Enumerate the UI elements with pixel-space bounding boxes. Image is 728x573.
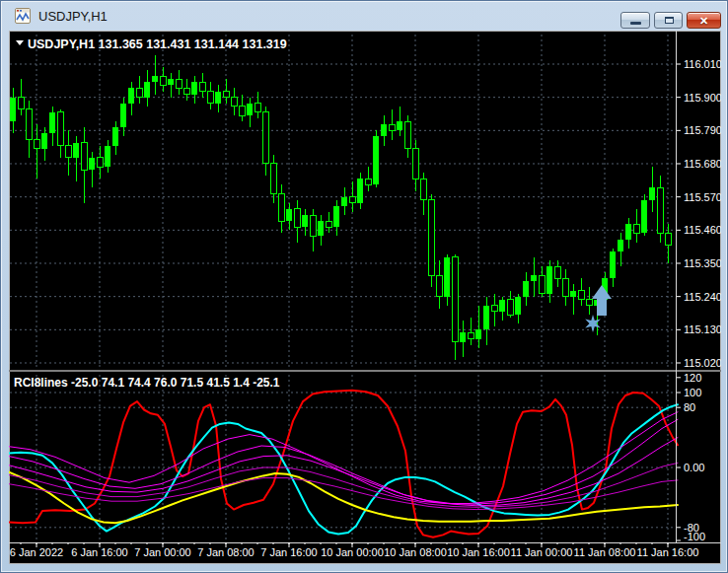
candle: [625, 224, 631, 239]
candle: [499, 300, 505, 312]
candle: [89, 158, 95, 170]
price-axis-label: 115.130: [684, 323, 721, 335]
candle: [26, 109, 32, 140]
time-axis-label: 7 Jan 08:00: [197, 546, 255, 558]
time-axis-label: 7 Jan 16:00: [260, 546, 318, 558]
time-axis-label: 11 Jan 08:00: [574, 546, 636, 558]
restore-button[interactable]: [654, 12, 683, 29]
price-axis-label: 115.680: [684, 158, 721, 170]
window-title: USDJPY,H1: [38, 9, 108, 24]
candle: [136, 88, 142, 97]
indicator-axis-label: -100: [684, 531, 705, 542]
candle: [128, 88, 134, 103]
candle: [144, 82, 150, 97]
candle: [152, 76, 158, 82]
candle: [404, 121, 410, 149]
candle: [578, 291, 584, 300]
candle: [507, 300, 513, 315]
candle: [341, 197, 347, 206]
candle: [270, 164, 276, 194]
indicator-axis-label: 100: [684, 387, 701, 398]
candle: [570, 291, 576, 297]
candle: [310, 215, 316, 236]
time-axis-label: 7 Jan 00:00: [134, 546, 191, 558]
candle: [10, 98, 16, 121]
candle: [649, 187, 655, 199]
title-bar[interactable]: USDJPY,H1 ✕: [1, 1, 727, 31]
candle: [373, 136, 379, 184]
candle: [81, 143, 87, 171]
candle: [176, 79, 182, 88]
panel-separator: [9, 370, 721, 372]
candle: [318, 221, 324, 236]
time-axis-label: 11 Jan 00:00: [511, 546, 573, 558]
time-axis-label: 6 Jan 16:00: [71, 546, 128, 558]
candle: [633, 224, 639, 233]
candle: [105, 146, 110, 167]
candle: [420, 179, 426, 199]
candle: [191, 82, 197, 94]
candle: [18, 98, 24, 109]
candle: [57, 112, 63, 146]
candle: [223, 92, 229, 98]
indicator-header: RCI8lines -25.0 74.1 74.4 76.0 71.5 41.5…: [14, 376, 280, 390]
minimize-button[interactable]: [620, 12, 650, 29]
chart-frame: [10, 32, 721, 564]
candle: [586, 300, 592, 306]
indicator-axis-label: 0.00: [684, 462, 704, 473]
candle: [49, 112, 55, 133]
time-axis-label: 11 Jan 16:00: [637, 546, 699, 558]
price-axis-label: 116.010: [684, 58, 721, 70]
time-axis-label: 6 Jan 2022: [10, 546, 63, 558]
candle: [294, 209, 300, 227]
candle: [365, 179, 371, 184]
close-button[interactable]: ✕: [687, 12, 721, 29]
candle: [483, 306, 489, 329]
time-axis-label: 10 Jan 16:00: [447, 546, 510, 558]
candle: [491, 306, 497, 312]
symbol-ohlc-header: USDJPY,H1 131.365 131.431 131.144 131.31…: [28, 37, 287, 51]
candle: [247, 104, 253, 115]
candle: [41, 133, 47, 148]
candle: [160, 76, 166, 85]
candle: [302, 215, 308, 227]
candle: [641, 200, 647, 234]
candle: [618, 240, 623, 251]
chart-client-area: 116.010115.900115.790115.680115.570115.4…: [9, 31, 721, 564]
candle: [436, 275, 442, 296]
candle: [452, 257, 458, 342]
candle: [333, 206, 339, 227]
price-axis-label: 115.900: [684, 92, 721, 104]
candle: [97, 158, 103, 167]
candle: [183, 88, 189, 94]
candle: [554, 266, 560, 278]
minimize-icon: [630, 22, 641, 25]
candle: [657, 187, 663, 233]
chart-icon: [15, 8, 31, 24]
price-axis-label: 115.020: [684, 357, 721, 369]
candle: [397, 121, 402, 130]
candle: [444, 257, 450, 297]
candle: [112, 127, 118, 145]
close-icon: ✕: [688, 13, 720, 29]
chart-canvas[interactable]: 116.010115.900115.790115.680115.570115.4…: [9, 31, 721, 564]
candle: [199, 82, 205, 91]
price-axis-label: 115.790: [684, 124, 721, 136]
price-axis-label: 115.240: [684, 291, 721, 303]
candle: [531, 275, 537, 281]
indicator-axis-label: 120: [684, 372, 701, 384]
candle: [357, 179, 363, 202]
candle: [262, 112, 268, 164]
candle: [665, 233, 671, 245]
candle: [546, 266, 552, 294]
candle: [515, 297, 521, 315]
candle: [412, 149, 418, 179]
candle: [286, 209, 292, 221]
candle: [562, 278, 568, 296]
candle: [231, 98, 237, 107]
candle: [168, 79, 174, 85]
candle: [349, 197, 355, 203]
time-axis-label: 10 Jan 08:00: [384, 546, 447, 558]
candle: [468, 332, 473, 338]
candle: [389, 124, 395, 130]
